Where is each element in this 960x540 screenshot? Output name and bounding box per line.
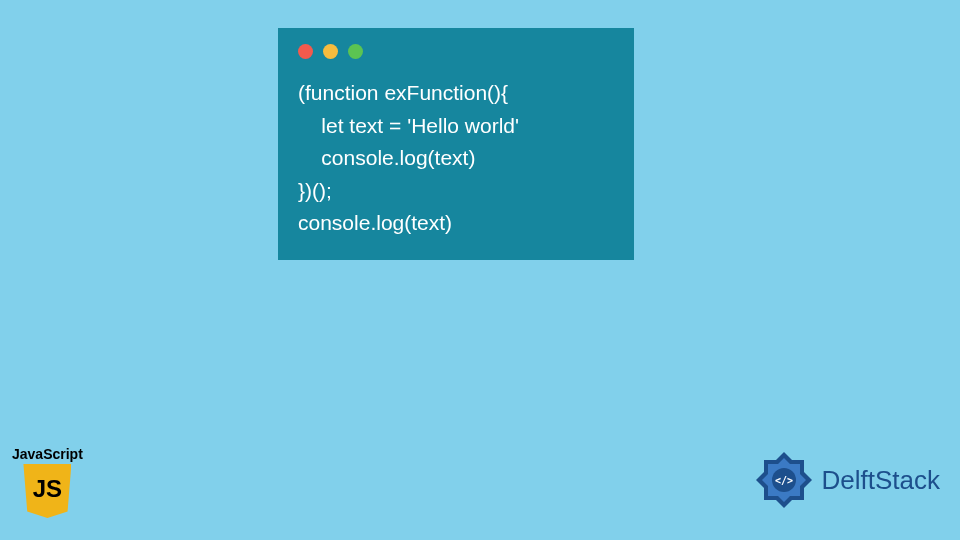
javascript-shield-text: JS	[33, 475, 62, 503]
svg-text:</>: </>	[774, 475, 792, 486]
code-line-1: (function exFunction(){	[298, 81, 508, 104]
javascript-badge: JavaScript JS	[12, 446, 83, 518]
code-line-3: console.log(text)	[298, 146, 475, 169]
maximize-dot-icon	[348, 44, 363, 59]
window-controls	[298, 44, 614, 59]
brand-logo-icon: </>	[754, 450, 814, 510]
close-dot-icon	[298, 44, 313, 59]
brand-badge: </> DelftStack	[754, 450, 941, 510]
javascript-shield-icon: JS	[23, 464, 71, 518]
code-block: (function exFunction(){ let text = 'Hell…	[298, 77, 614, 240]
code-window: (function exFunction(){ let text = 'Hell…	[278, 28, 634, 260]
javascript-label: JavaScript	[12, 446, 83, 462]
code-line-4: })();	[298, 179, 332, 202]
brand-name: DelftStack	[822, 465, 941, 496]
code-line-5: console.log(text)	[298, 211, 452, 234]
minimize-dot-icon	[323, 44, 338, 59]
code-line-2: let text = 'Hello world'	[298, 114, 519, 137]
